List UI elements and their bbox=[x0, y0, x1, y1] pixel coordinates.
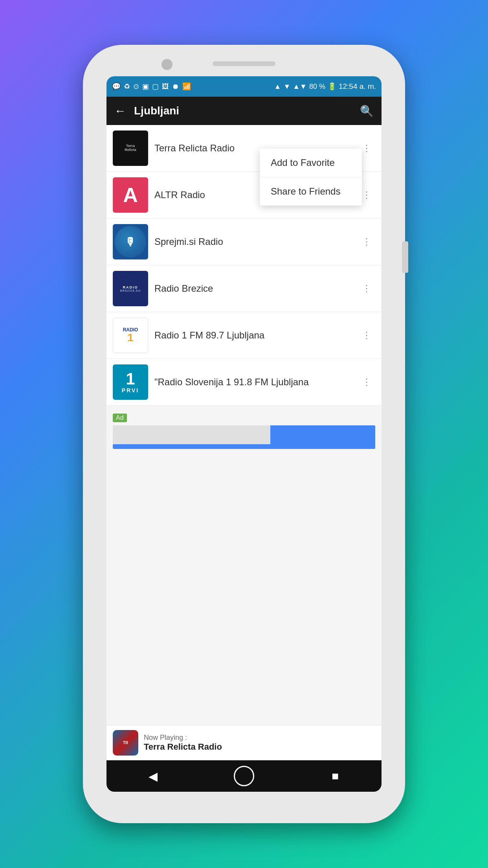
battery-level: 80 % bbox=[309, 83, 325, 91]
search-icon[interactable]: 🔍 bbox=[360, 105, 374, 118]
wifi-icon: ▲ bbox=[274, 83, 281, 91]
logo-terra: TerraRelicta bbox=[113, 131, 148, 166]
np-info: Now Playing : Terra Relicta Radio bbox=[144, 734, 222, 752]
nav-square-button[interactable]: ■ bbox=[323, 764, 347, 788]
back-button[interactable]: ← bbox=[114, 104, 126, 118]
logo-altr: A bbox=[113, 177, 148, 213]
ad-badge: Ad bbox=[113, 414, 127, 422]
np-logo: TR bbox=[113, 730, 138, 756]
list-item-terra[interactable]: TerraRelicta Terra Relicta Radio ⋮ Add t… bbox=[106, 125, 382, 172]
list-item-sprejmi[interactable]: 🎙 Sprejmi.si Radio ⋮ bbox=[106, 219, 382, 265]
page-title: Ljubljani bbox=[134, 105, 360, 117]
more-btn-radio1[interactable]: ⋮ bbox=[358, 326, 375, 345]
status-right-icons: ▲ ▼ ▲▼ 80 % 🔋 12:54 a. m. bbox=[274, 82, 376, 91]
list-item-brezice[interactable]: RADIO BREZICE.EU Radio Brezice ⋮ bbox=[106, 265, 382, 312]
context-menu: Add to Favorite Share to Friends bbox=[260, 149, 362, 206]
np-title: Terra Relicta Radio bbox=[144, 742, 222, 752]
radio-name-brezice: Radio Brezice bbox=[154, 283, 358, 294]
square-icon1: ▣ bbox=[142, 82, 149, 91]
top-bar: ← Ljubljani 🔍 bbox=[106, 97, 382, 125]
wifi-bars-icon: ▼ bbox=[283, 83, 290, 91]
clock: 12:54 a. m. bbox=[339, 82, 376, 91]
now-playing-bar[interactable]: TR Now Playing : Terra Relicta Radio bbox=[106, 725, 382, 760]
list-item-radio1[interactable]: RADIO 1 Radio 1 FM 89.7 Ljubljana ⋮ bbox=[106, 312, 382, 359]
radio-name-prvi: "Radio Slovenija 1 91.8 FM Ljubljana bbox=[154, 377, 358, 388]
status-left-icons: 💬 ♻ ⊙ ▣ ▢ 🖼 ⏺ 📶 bbox=[112, 82, 191, 91]
nav-bar: ◀ ■ bbox=[106, 760, 382, 792]
more-btn-prvi[interactable]: ⋮ bbox=[358, 373, 375, 392]
radio-name-radio1: Radio 1 FM 89.7 Ljubljana bbox=[154, 330, 358, 341]
nav-back-button[interactable]: ◀ bbox=[141, 764, 165, 788]
logo-sprejmi: 🎙 bbox=[113, 224, 148, 259]
phone-outer: 💬 ♻ ⊙ ▣ ▢ 🖼 ⏺ 📶 ▲ ▼ ▲▼ 80 % 🔋 12:54 a. m… bbox=[83, 45, 405, 823]
radio-list: TerraRelicta Terra Relicta Radio ⋮ Add t… bbox=[106, 125, 382, 406]
logo-prvi: 1 PRVI bbox=[113, 364, 148, 400]
battery-icon: 🔋 bbox=[328, 82, 336, 91]
ad-visual bbox=[113, 425, 375, 449]
logo-radio1: RADIO 1 bbox=[113, 318, 148, 353]
ad-area: Ad bbox=[106, 406, 382, 457]
messenger-icon: 💬 bbox=[112, 82, 121, 91]
list-item-prvi[interactable]: 1 PRVI "Radio Slovenija 1 91.8 FM Ljublj… bbox=[106, 359, 382, 406]
bluetooth-icon: ♻ bbox=[124, 82, 130, 91]
logo-brezice: RADIO BREZICE.EU bbox=[113, 271, 148, 306]
content-area: TerraRelicta Terra Relicta Radio ⋮ Add t… bbox=[106, 125, 382, 725]
record-icon: ⏺ bbox=[172, 83, 179, 91]
square-icon2: ▢ bbox=[152, 82, 159, 91]
share-friends-option[interactable]: Share to Friends bbox=[260, 177, 362, 206]
np-label: Now Playing : bbox=[144, 734, 222, 742]
more-btn-brezice[interactable]: ⋮ bbox=[358, 279, 375, 298]
phone-button-right bbox=[402, 241, 408, 273]
phone-screen: 💬 ♻ ⊙ ▣ ▢ 🖼 ⏺ 📶 ▲ ▼ ▲▼ 80 % 🔋 12:54 a. m… bbox=[106, 76, 382, 792]
phone-speaker bbox=[213, 61, 275, 66]
signal-bars-icon: ▲▼ bbox=[293, 83, 307, 91]
ad-bar bbox=[113, 444, 301, 449]
phone-camera bbox=[161, 59, 172, 70]
signal-icon: 📶 bbox=[182, 82, 191, 91]
image-icon: 🖼 bbox=[162, 83, 169, 91]
more-btn-sprejmi[interactable]: ⋮ bbox=[358, 232, 375, 251]
status-bar: 💬 ♻ ⊙ ▣ ▢ 🖼 ⏺ 📶 ▲ ▼ ▲▼ 80 % 🔋 12:54 a. m… bbox=[106, 76, 382, 97]
add-favorite-option[interactable]: Add to Favorite bbox=[260, 149, 362, 177]
sync-icon: ⊙ bbox=[133, 82, 139, 91]
nav-home-button[interactable] bbox=[234, 766, 254, 786]
radio-name-sprejmi: Sprejmi.si Radio bbox=[154, 236, 358, 247]
